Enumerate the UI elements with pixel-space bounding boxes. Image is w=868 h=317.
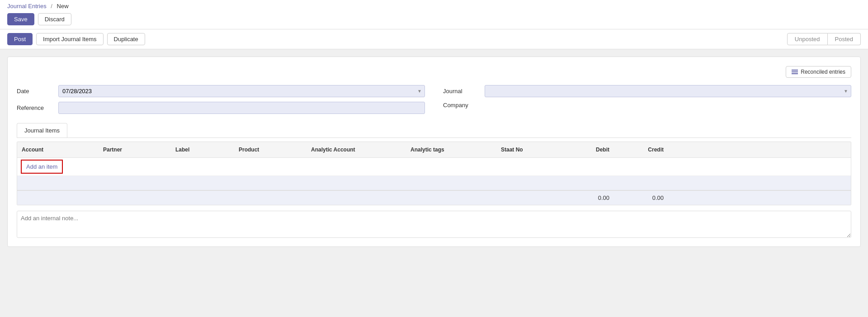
journal-label: Journal (443, 88, 479, 95)
journal-field-wrapper[interactable]: ▼ (485, 85, 851, 97)
col-debit: Debit (560, 145, 614, 155)
post-button[interactable]: Post (7, 33, 33, 45)
discard-button[interactable]: Discard (38, 13, 71, 25)
table-header: Account Partner Label Product Analytic A… (17, 142, 851, 158)
journal-input[interactable] (485, 85, 841, 97)
reconciled-icon (792, 70, 798, 74)
breadcrumb-separator: / (51, 3, 52, 9)
col-analytic-tags: Analytic tags (406, 145, 496, 155)
col-analytic-account: Analytic Account (307, 145, 406, 155)
breadcrumb-current: New (57, 3, 69, 9)
reference-input[interactable] (58, 102, 425, 114)
col-product: Product (234, 145, 307, 155)
unposted-status-button[interactable]: Unposted (787, 33, 828, 45)
total-credit: 0.00 (614, 193, 668, 203)
posted-status-button[interactable]: Posted (828, 33, 861, 45)
date-label: Date (17, 88, 53, 95)
col-label: Label (171, 145, 234, 155)
breadcrumb: Journal Entries / New (7, 3, 69, 9)
col-partner: Partner (99, 145, 171, 155)
totals-row: 0.00 0.00 (17, 190, 851, 205)
spacer-row (17, 176, 851, 190)
tab-journal-items[interactable]: Journal Items (17, 123, 67, 137)
col-credit: Credit (614, 145, 668, 155)
internal-note-section (17, 211, 851, 239)
reconciled-entries-label: Reconciled entries (801, 69, 845, 75)
duplicate-button[interactable]: Duplicate (107, 33, 145, 45)
import-journal-items-button[interactable]: Import Journal Items (36, 33, 104, 45)
journal-items-table: Account Partner Label Product Analytic A… (17, 142, 851, 205)
breadcrumb-parent[interactable]: Journal Entries (7, 3, 47, 9)
col-account: Account (17, 145, 99, 155)
internal-note-input[interactable] (17, 211, 851, 238)
add-item-row: Add an item (17, 158, 851, 176)
date-field-wrapper[interactable]: ▼ (58, 85, 425, 97)
col-staat-no: Staat No (496, 145, 560, 155)
date-input[interactable] (59, 85, 415, 97)
reference-label: Reference (17, 104, 53, 111)
add-item-cell: Add an item (17, 158, 99, 175)
date-dropdown-icon[interactable]: ▼ (415, 86, 425, 96)
journal-dropdown-icon[interactable]: ▼ (841, 86, 851, 96)
reconciled-entries-button[interactable]: Reconciled entries (786, 66, 851, 78)
company-label: Company (443, 102, 479, 109)
total-debit: 0.00 (560, 193, 614, 203)
save-button[interactable]: Save (7, 13, 34, 25)
tabs: Journal Items (17, 123, 851, 138)
add-item-button[interactable]: Add an item (22, 161, 62, 173)
